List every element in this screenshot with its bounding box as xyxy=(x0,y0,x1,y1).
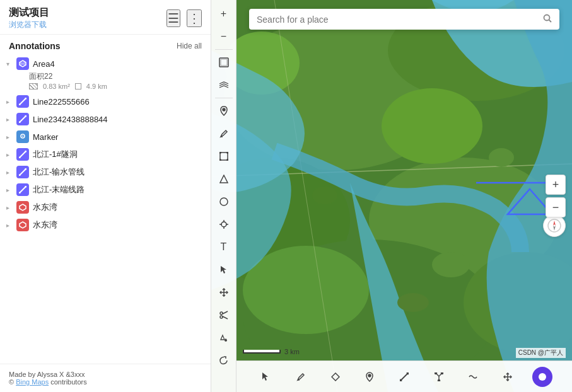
annotation-item-area4[interactable]: ▾ Area4 面积22 0.83 km² 4.9 km xyxy=(0,55,211,93)
annotation-item-sdw1[interactable]: ▸ 水东湾 xyxy=(0,199,211,216)
cursor-tool[interactable] xyxy=(213,258,235,281)
triangle-tool[interactable] xyxy=(213,168,235,190)
search-input[interactable] xyxy=(257,14,543,25)
pencil-bottom-tool[interactable] xyxy=(291,367,311,387)
diamond-bottom-tool[interactable] xyxy=(325,367,346,387)
rect-tool[interactable] xyxy=(213,145,235,168)
svg-marker-49 xyxy=(220,175,228,183)
hide-all-button[interactable]: Hide all xyxy=(177,42,202,50)
zoom-in-button[interactable]: + xyxy=(213,3,235,25)
made-by-label: Made by Alyssa X &3xxx xyxy=(9,371,202,378)
fill-tool[interactable] xyxy=(213,326,235,349)
svg-marker-21 xyxy=(20,222,26,228)
expand-toggle[interactable]: ▾ xyxy=(6,61,13,67)
layers-button[interactable] xyxy=(213,74,235,96)
fullscreen-button[interactable] xyxy=(213,51,235,74)
annotation-item-marker[interactable]: ▸ Marker xyxy=(0,128,211,146)
crosshair-tool[interactable] xyxy=(213,213,235,236)
svg-line-11 xyxy=(20,151,26,158)
svg-point-58 xyxy=(220,312,223,314)
annotation-item-line2342[interactable]: ▸ Line2342438888844 xyxy=(0,110,211,128)
annotation-item-sdw2[interactable]: ▸ 水东湾 xyxy=(0,216,211,234)
annotation-sublabel: 面积22 xyxy=(6,71,202,82)
sidebar: 测试项目 浏览器下载 ☰ ⋮ Annotations Hide all ▾ Ar… xyxy=(0,0,211,392)
area-icon-red xyxy=(16,219,29,231)
svg-point-42 xyxy=(223,108,225,111)
tool-divider-1 xyxy=(215,49,233,50)
search-icon xyxy=(543,14,552,25)
expand-toggle[interactable]: ▸ xyxy=(6,116,13,123)
line-icon xyxy=(16,148,29,161)
svg-line-14 xyxy=(20,169,26,175)
svg-rect-44 xyxy=(220,153,228,160)
svg-point-46 xyxy=(226,152,228,153)
more-icon[interactable]: ⋮ xyxy=(187,9,202,27)
area-value: 0.83 km² xyxy=(43,83,70,90)
svg-point-72 xyxy=(407,372,409,374)
wave-bottom-tool[interactable] xyxy=(463,367,483,387)
svg-marker-66 xyxy=(553,226,556,231)
expand-toggle[interactable]: ▸ xyxy=(6,151,13,158)
expand-toggle[interactable]: ▸ xyxy=(6,204,13,211)
expand-toggle[interactable]: ▸ xyxy=(6,222,13,229)
header-icons: ☰ ⋮ xyxy=(166,9,202,27)
marker-icon xyxy=(16,130,29,143)
line-bottom-tool[interactable] xyxy=(394,367,414,387)
annotation-item-bjwater[interactable]: ▸ 北江-输水管线 xyxy=(0,163,211,181)
copyright-suffix: contributors xyxy=(50,378,86,386)
svg-marker-68 xyxy=(332,373,339,381)
svg-point-78 xyxy=(441,372,443,374)
expand-toggle[interactable]: ▸ xyxy=(6,187,13,193)
circle-filled-bottom-tool[interactable] xyxy=(532,367,552,387)
text-tool[interactable]: T xyxy=(213,236,235,258)
zoom-out-right-button[interactable]: − xyxy=(546,197,566,217)
svg-point-76 xyxy=(438,379,440,381)
svg-line-63 xyxy=(549,20,552,23)
annotation-name: Line2342438888844 xyxy=(33,115,108,124)
scale-bar: 3 km xyxy=(243,348,300,355)
dist-value: 4.9 km xyxy=(86,83,107,90)
line-icon xyxy=(16,95,29,108)
menu-icon[interactable]: ☰ xyxy=(166,9,180,27)
attribution-text: CSDN @广平人 xyxy=(516,348,566,358)
bing-maps-link[interactable]: Bing Maps xyxy=(16,378,49,386)
area-icon xyxy=(16,57,29,70)
project-title: 测试项目 xyxy=(9,6,49,20)
map-area[interactable]: + − xyxy=(211,0,572,392)
annotation-name: 北江-末端线路 xyxy=(33,184,85,195)
line-icon xyxy=(16,113,29,125)
project-subtitle[interactable]: 浏览器下载 xyxy=(9,20,49,30)
expand-toggle[interactable]: ▸ xyxy=(6,134,13,141)
move-tool[interactable] xyxy=(213,281,235,304)
search-wrapper xyxy=(249,9,559,30)
scissors-tool[interactable] xyxy=(213,304,235,326)
copyright-line: © Bing Maps contributors xyxy=(9,378,202,386)
compass-button[interactable] xyxy=(543,214,566,237)
zoom-out-button[interactable]: − xyxy=(213,25,235,48)
circle-tool[interactable] xyxy=(213,190,235,213)
svg-point-77 xyxy=(435,372,436,374)
refresh-tool[interactable] xyxy=(213,349,235,372)
svg-point-45 xyxy=(219,152,221,153)
annotation-item-line222[interactable]: ▸ Line222555666 xyxy=(0,93,211,110)
annotation-item-bjline[interactable]: ▸ 北江-末端线路 xyxy=(0,181,211,199)
branch-bottom-tool[interactable] xyxy=(429,367,449,387)
expand-toggle[interactable]: ▸ xyxy=(6,169,13,176)
svg-marker-65 xyxy=(553,221,556,226)
annotation-name: Marker xyxy=(33,132,58,142)
tool-panel: + − xyxy=(211,0,236,392)
draw-tool[interactable] xyxy=(213,122,235,145)
svg-line-17 xyxy=(20,187,26,193)
svg-point-30 xyxy=(382,88,482,164)
annotation-name: Line222555666 xyxy=(33,97,90,107)
svg-point-51 xyxy=(221,222,226,227)
zoom-in-right-button[interactable]: + xyxy=(546,175,566,195)
move-bottom-tool[interactable] xyxy=(498,367,518,387)
pin-tool[interactable] xyxy=(213,100,235,122)
pin-bottom-tool[interactable] xyxy=(359,367,380,387)
cursor-bottom-tool[interactable] xyxy=(256,367,276,387)
line-icon xyxy=(16,166,29,178)
expand-toggle[interactable]: ▸ xyxy=(6,98,13,105)
annotation-item-bj1[interactable]: ▸ 北江-1#隧洞 xyxy=(0,146,211,163)
annotation-name: 北江-输水管线 xyxy=(33,166,85,178)
